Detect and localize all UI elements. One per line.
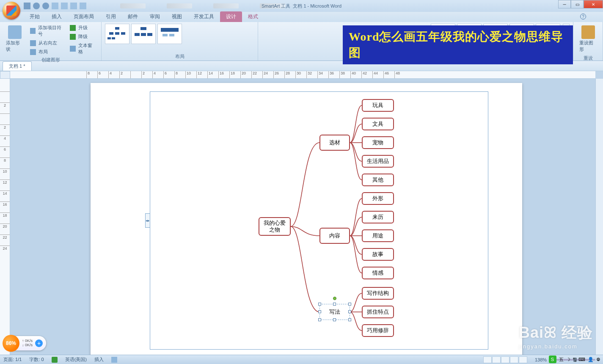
svg-rect-4 <box>107 37 111 39</box>
node-leaf-1-1[interactable]: 来历 <box>362 211 394 223</box>
ime-mode[interactable]: 五 <box>559 356 564 363</box>
textpane-icon <box>70 46 75 52</box>
tab-mailings[interactable]: 邮件 <box>122 11 144 22</box>
ime-skin-icon[interactable]: 👤 <box>588 357 594 362</box>
textpane-toggle[interactable]: ◂▸ <box>145 213 150 228</box>
reset-graphic-button[interactable]: 重设图形 <box>577 24 599 54</box>
node-leaf-1-3[interactable]: 故事 <box>362 248 394 261</box>
badge-expand-button[interactable]: + <box>35 339 43 347</box>
tab-pagelayout[interactable]: 页面布局 <box>68 11 100 22</box>
tab-view[interactable]: 视图 <box>166 11 188 22</box>
qat-icon-3[interactable] <box>70 3 77 9</box>
tutorial-banner: Word怎么画五年级我的心爱之物思维导图 <box>343 25 573 64</box>
zoom-value[interactable]: 138% <box>535 357 547 362</box>
node-leaf-0-4[interactable]: 其他 <box>362 174 394 186</box>
tab-developer[interactable]: 开发工具 <box>188 11 220 22</box>
qat-more-icon[interactable] <box>80 3 86 9</box>
smartart-frame[interactable]: ◂▸ <box>150 91 488 350</box>
svg-rect-3 <box>121 32 125 35</box>
qat-icon-1[interactable] <box>52 3 58 9</box>
title-bar: SmartArt 工具文档 1 - Microsoft Word ─ ▭ ✕ <box>0 0 603 12</box>
tab-design[interactable]: 设计 <box>220 11 242 22</box>
node-leaf-1-4[interactable]: 情感 <box>362 267 394 279</box>
node-leaf-0-0[interactable]: 玩具 <box>362 99 394 112</box>
page: ◂▸ <box>91 83 522 355</box>
view-buttons[interactable] <box>483 356 527 363</box>
node-branch-2[interactable]: 写法 <box>319 304 350 320</box>
node-leaf-1-2[interactable]: 用途 <box>362 229 394 242</box>
close-button[interactable]: ✕ <box>584 0 603 8</box>
scrollbar-vertical[interactable] <box>595 79 603 355</box>
add-shape-button[interactable]: 添加形状 <box>3 24 27 54</box>
node-leaf-0-3[interactable]: 生活用品 <box>362 155 394 168</box>
group-label-layout: 布局 <box>105 52 254 61</box>
demote-button[interactable]: 降级 <box>69 33 98 41</box>
tab-review[interactable]: 审阅 <box>144 11 166 22</box>
group-label-create: 创建图形 <box>3 56 98 64</box>
layout-button[interactable]: 布局 <box>29 48 67 56</box>
layout-gallery[interactable] <box>105 24 182 44</box>
textpane-button[interactable]: 文本窗格 <box>69 41 98 56</box>
node-branch-0[interactable]: 选材 <box>319 135 350 151</box>
tab-insert[interactable]: 插入 <box>46 11 68 22</box>
node-root[interactable]: 我的心爱之物 <box>259 217 291 236</box>
layout-thumb-1[interactable] <box>105 24 129 44</box>
tab-format[interactable]: 格式 <box>242 11 264 22</box>
save-icon[interactable] <box>24 3 30 9</box>
ruler-horizontal[interactable]: 8642246810121416182022242628303234363840… <box>10 71 595 79</box>
status-words[interactable]: 字数: 0 <box>29 356 44 363</box>
layout-thumb-3[interactable] <box>157 24 182 44</box>
status-page[interactable]: 页面: 1/1 <box>3 356 22 363</box>
node-leaf-2-2[interactable]: 巧用修辞 <box>362 324 394 337</box>
ime-settings-icon[interactable]: ⚙ <box>596 357 600 362</box>
redo-icon[interactable] <box>42 3 49 9</box>
svg-rect-11 <box>162 34 168 36</box>
office-button[interactable] <box>3 2 20 19</box>
document-canvas[interactable]: ◂▸ <box>10 79 595 355</box>
quick-access-toolbar <box>24 3 86 9</box>
rotate-handle[interactable] <box>333 297 336 300</box>
bullet-icon <box>30 28 36 34</box>
tab-home[interactable]: 开始 <box>24 11 46 22</box>
ribbon-tab-strip: 开始 插入 页面布局 引用 邮件 审阅 视图 开发工具 设计 格式 ? <box>0 12 603 22</box>
node-leaf-2-1[interactable]: 抓住特点 <box>362 306 394 318</box>
ime-icon[interactable]: S <box>549 356 556 363</box>
promote-icon <box>70 25 76 31</box>
help-icon[interactable]: ? <box>580 14 586 19</box>
tab-references[interactable]: 引用 <box>100 11 122 22</box>
add-bullet-button[interactable]: 添加项目符号 <box>29 24 67 38</box>
svg-rect-6 <box>140 27 146 30</box>
ime-toolbar[interactable]: S 五 ☽ °, ⌨ 👤 ⚙ <box>549 355 600 364</box>
rtl-button[interactable]: 从右向左 <box>29 39 67 47</box>
qat-icon-2[interactable] <box>61 3 68 9</box>
ruler-vertical[interactable]: 224681012141618202224 <box>0 79 10 355</box>
node-leaf-1-0[interactable]: 外形 <box>362 192 394 205</box>
add-shape-icon <box>8 25 22 39</box>
node-branch-1[interactable]: 内容 <box>319 228 350 244</box>
layout-icon <box>30 49 36 55</box>
svg-rect-1 <box>109 32 113 35</box>
status-language[interactable]: 英语(美国) <box>65 356 87 363</box>
maximize-button[interactable]: ▭ <box>571 0 584 8</box>
rtl-icon <box>30 40 36 46</box>
node-leaf-0-2[interactable]: 宠物 <box>362 136 394 149</box>
status-bar: 页面: 1/1 字数: 0 英语(美国) 插入 138% − + <box>0 355 603 364</box>
speed-badge[interactable]: 86% ↑ 0K/s↓ 0K/s + <box>4 336 46 350</box>
ime-keyboard-icon[interactable]: ⌨ <box>578 357 585 362</box>
svg-rect-0 <box>115 27 119 30</box>
layout-thumb-2[interactable] <box>131 24 156 44</box>
minimize-button[interactable]: ─ <box>558 0 571 8</box>
group-label-reset: 重设 <box>577 54 599 62</box>
node-leaf-2-0[interactable]: 写作结构 <box>362 287 394 300</box>
status-proof-icon[interactable] <box>52 357 58 363</box>
ime-moon-icon[interactable]: ☽ <box>566 357 570 362</box>
promote-button[interactable]: 升级 <box>69 24 98 32</box>
download-speed: ↓ 0K/s <box>22 343 33 347</box>
status-macro-icon[interactable] <box>111 357 117 363</box>
undo-icon[interactable] <box>33 3 40 9</box>
node-leaf-0-1[interactable]: 文具 <box>362 118 394 130</box>
svg-rect-9 <box>147 33 152 36</box>
status-mode[interactable]: 插入 <box>94 356 104 363</box>
ime-punct-icon[interactable]: °, <box>573 357 576 362</box>
svg-rect-10 <box>161 28 179 32</box>
